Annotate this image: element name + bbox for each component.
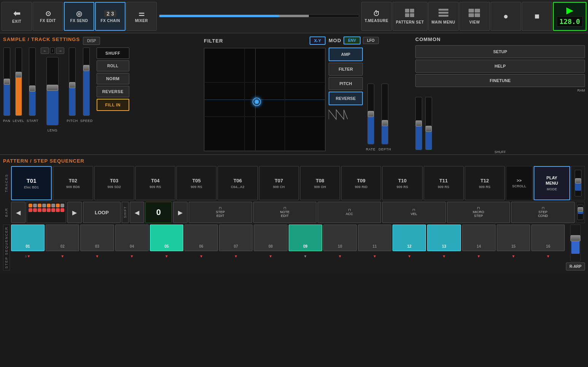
step-button-05[interactable]: 05 bbox=[150, 225, 183, 251]
start-fader[interactable] bbox=[29, 47, 36, 116]
common-fader-1[interactable] bbox=[415, 97, 422, 150]
note-edit-button[interactable]: NOTEEDIT bbox=[253, 202, 317, 223]
fx-edit-button[interactable]: ⊙ FX EDIT bbox=[33, 2, 63, 31]
track-button-t10[interactable]: T10 909 RS bbox=[382, 166, 422, 200]
reverse-button[interactable]: REVERSE bbox=[97, 86, 129, 97]
reverse-mod-button[interactable]: REVERSE bbox=[329, 92, 363, 105]
bar-right-pattern-button[interactable]: ▶ bbox=[67, 202, 82, 223]
ram-label: RAM bbox=[415, 89, 585, 92]
fill-in-button[interactable]: FILL IN bbox=[97, 99, 129, 111]
xy-cursor[interactable] bbox=[253, 98, 261, 106]
step-button-01[interactable]: 01 bbox=[11, 225, 44, 251]
vel-button[interactable]: VEL bbox=[382, 202, 446, 223]
fx-chain-button[interactable]: 2 3 FX CHAIN bbox=[95, 2, 126, 31]
t-measure-button[interactable]: ⏱ T.MEASURE bbox=[361, 2, 392, 31]
track-button-scroll[interactable]: >> SCROLL bbox=[506, 166, 532, 200]
play-menu-button[interactable]: PLAYMENU MODE bbox=[534, 166, 570, 200]
amp-button[interactable]: AMP bbox=[329, 47, 363, 61]
bar-row-fader[interactable] bbox=[576, 202, 585, 223]
leng-label: LENG bbox=[48, 128, 58, 132]
record-button[interactable]: ● bbox=[491, 2, 521, 31]
track-button-t04[interactable]: T04 909 RS bbox=[135, 166, 175, 200]
pattern-set-button[interactable]: PATTERN SET bbox=[393, 2, 427, 31]
arrow-right-button[interactable]: → bbox=[56, 47, 64, 54]
loop-button[interactable]: LOOP bbox=[83, 202, 121, 223]
help-button[interactable]: HELP bbox=[415, 60, 585, 73]
svg-rect-6 bbox=[439, 15, 448, 17]
lfo-tab[interactable]: LFO bbox=[363, 37, 379, 44]
step-button-14[interactable]: 14 bbox=[462, 225, 496, 251]
speed-fader[interactable] bbox=[83, 47, 90, 116]
track-button-t06[interactable]: T06 C64...A2 bbox=[218, 166, 257, 200]
bar-edit-buttons: STEPEDIT NOTEEDIT ACC VEL MICROSTEP STEP… bbox=[189, 202, 575, 223]
stop-button[interactable]: ■ bbox=[522, 2, 552, 31]
arrow-left-button[interactable]: ← bbox=[41, 47, 49, 54]
track-button-t09[interactable]: T09 909 RID bbox=[341, 166, 381, 200]
depth-fader[interactable] bbox=[381, 84, 388, 144]
fx-send-button[interactable]: ◎ FX SEND bbox=[64, 2, 94, 31]
filter-mod-button[interactable]: FILTER bbox=[329, 63, 363, 76]
step-button-11[interactable]: 11 bbox=[358, 225, 391, 251]
step-button-15[interactable]: 15 bbox=[497, 225, 530, 251]
disp-button[interactable]: DISP bbox=[83, 37, 100, 45]
roll-button[interactable]: ROLL bbox=[97, 60, 129, 71]
pitch-mod-button[interactable]: PITCH bbox=[329, 77, 363, 90]
step-button-08[interactable]: 08 bbox=[254, 225, 287, 251]
track-scroll-label: >> bbox=[517, 178, 522, 183]
main-menu-button[interactable]: MAIN MENU bbox=[428, 2, 459, 31]
view-button[interactable]: VIEW bbox=[459, 2, 490, 31]
pan-fader[interactable] bbox=[3, 47, 10, 116]
common-section: COMMON SETUP HELP FINETUNE RAM SHUFF bbox=[415, 36, 585, 151]
pitch-slider-col: PITCH bbox=[67, 47, 78, 123]
bar-right2-button[interactable]: ▶ bbox=[173, 202, 188, 223]
step-button-07[interactable]: 07 bbox=[219, 225, 253, 251]
vel-tick bbox=[413, 209, 415, 211]
right-main-fader[interactable] bbox=[570, 225, 581, 261]
bar-left2-button[interactable]: ◀ bbox=[130, 202, 144, 223]
acc-button[interactable]: ACC bbox=[318, 202, 381, 223]
track-button-t05[interactable]: T05 909 RS bbox=[176, 166, 216, 200]
step-button-12[interactable]: 12 bbox=[393, 225, 426, 251]
top-navigation: ⬅ EXIT ⊙ FX EDIT ◎ FX SEND 2 3 FX CHAIN … bbox=[0, 0, 588, 33]
step-cond-button[interactable]: STEPCOND bbox=[511, 202, 575, 223]
track-button-t02[interactable]: T02 909 BD6 bbox=[53, 166, 93, 200]
env-tab[interactable]: ENV bbox=[343, 36, 361, 44]
rate-fader[interactable] bbox=[367, 84, 374, 144]
step-button-16[interactable]: 16 bbox=[531, 225, 565, 251]
filter-header: FILTER X-Y bbox=[204, 36, 326, 45]
level-fader[interactable] bbox=[15, 47, 22, 116]
step-button-09[interactable]: 09 bbox=[289, 225, 322, 251]
exit-button[interactable]: ⬅ EXIT bbox=[2, 2, 32, 31]
norm-button[interactable]: NORM bbox=[97, 73, 129, 84]
mixer-button[interactable]: ⚌ MIXER bbox=[126, 2, 157, 31]
track-button-t03[interactable]: T03 909 SD2 bbox=[94, 166, 134, 200]
setup-button[interactable]: SETUP bbox=[415, 45, 585, 58]
track-button-t01[interactable]: T01 Elec BD1 bbox=[11, 166, 52, 200]
xy-pad[interactable] bbox=[204, 48, 326, 151]
outer-fader[interactable] bbox=[571, 166, 585, 200]
leng-fader[interactable] bbox=[46, 57, 59, 125]
finetune-button[interactable]: FINETUNE bbox=[415, 74, 585, 87]
rarp-button[interactable]: R-ARP bbox=[566, 263, 585, 271]
track-button-t07[interactable]: T07 909 CH bbox=[259, 166, 299, 200]
step-edit-button[interactable]: STEPEDIT bbox=[189, 202, 252, 223]
pitch-fader[interactable] bbox=[69, 47, 76, 116]
track-button-t12[interactable]: T12 909 RS bbox=[465, 166, 505, 200]
pan-slider-col: PAN bbox=[3, 47, 10, 123]
step-button-06[interactable]: 06 bbox=[184, 225, 218, 251]
step-button-02[interactable]: 02 bbox=[46, 225, 79, 251]
track-button-t08[interactable]: T08 909 OH bbox=[300, 166, 340, 200]
common-fader-2[interactable] bbox=[425, 97, 432, 150]
step-button-03[interactable]: 03 bbox=[80, 225, 114, 251]
step-button-04[interactable]: 04 bbox=[115, 225, 149, 251]
step-button-10[interactable]: 10 bbox=[323, 225, 357, 251]
shuff-button[interactable]: SHUFF bbox=[97, 47, 129, 59]
track-button-t11[interactable]: T11 909 RS bbox=[424, 166, 464, 200]
play-icon: ▶ bbox=[566, 6, 573, 15]
xy-button[interactable]: X-Y bbox=[310, 36, 326, 45]
track-name-t08: 909 OH bbox=[314, 185, 326, 189]
bar-left-button[interactable]: ◀ bbox=[11, 202, 25, 223]
micro-step-button[interactable]: MICROSTEP bbox=[447, 202, 510, 223]
step-button-13[interactable]: 13 bbox=[427, 225, 461, 251]
play-button[interactable]: ▶ 128.0 bbox=[553, 2, 586, 31]
